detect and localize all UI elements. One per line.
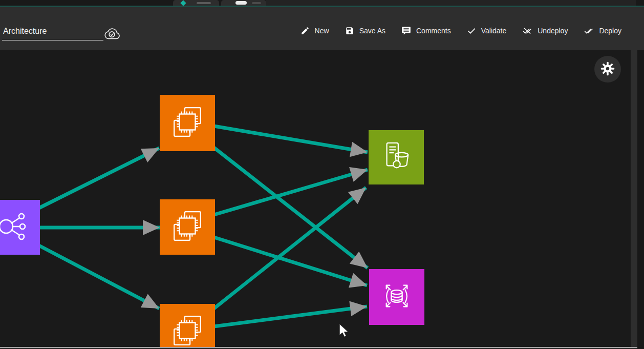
compute-icon bbox=[170, 209, 204, 245]
cloud-done-icon bbox=[103, 27, 121, 41]
save-as-button[interactable]: Save As bbox=[344, 24, 387, 37]
node-compute-3[interactable] bbox=[160, 304, 215, 347]
toolbar-buttons: New Save As Comments Validate bbox=[299, 24, 622, 37]
avatar-icon bbox=[235, 1, 247, 5]
edge-arrowhead bbox=[349, 273, 367, 288]
toolbar: New Save As Comments Validate bbox=[0, 7, 644, 50]
edges-layer bbox=[0, 50, 631, 347]
edge-arrowhead bbox=[349, 301, 367, 316]
deploy-button[interactable]: Deploy bbox=[583, 24, 622, 37]
diagram-canvas[interactable] bbox=[0, 50, 631, 347]
deploy-button-label: Deploy bbox=[599, 27, 621, 35]
menu-dots-icon bbox=[252, 2, 261, 4]
edge-arrowhead bbox=[350, 142, 368, 157]
browser-tab-controls[interactable] bbox=[221, 0, 266, 6]
new-button-label: New bbox=[315, 27, 329, 35]
validate-button-label: Validate bbox=[481, 27, 507, 35]
undeploy-button-label: Undeploy bbox=[538, 27, 568, 35]
right-gutter bbox=[637, 50, 644, 349]
node-compute-1[interactable] bbox=[160, 95, 215, 151]
gear-icon bbox=[600, 61, 615, 78]
tab-strip-right bbox=[266, 0, 636, 6]
tab-title-smudge bbox=[197, 2, 211, 4]
edge-line[interactable] bbox=[39, 148, 159, 208]
edge-line[interactable] bbox=[214, 126, 368, 152]
node-load-balancer[interactable] bbox=[0, 200, 40, 255]
load-balancer-icon bbox=[0, 210, 29, 245]
comments-button[interactable]: Comments bbox=[400, 24, 452, 37]
save-as-button-label: Save As bbox=[359, 27, 385, 35]
compute-icon bbox=[170, 314, 204, 347]
save-icon bbox=[345, 26, 354, 35]
diagram-name-input[interactable] bbox=[2, 27, 103, 40]
tab-strip bbox=[0, 0, 644, 6]
node-database[interactable] bbox=[369, 269, 424, 325]
database-icon bbox=[381, 280, 413, 314]
comments-button-label: Comments bbox=[416, 27, 451, 35]
node-storage[interactable] bbox=[369, 130, 424, 184]
comments-icon bbox=[401, 26, 411, 35]
logo-icon bbox=[180, 0, 186, 6]
edge-arrowhead bbox=[143, 220, 160, 235]
browser-tab-active[interactable] bbox=[173, 0, 219, 6]
validate-button[interactable]: Validate bbox=[466, 24, 508, 37]
edge-line[interactable] bbox=[214, 237, 367, 285]
pencil-icon bbox=[300, 26, 310, 35]
undeploy-button[interactable]: Undeploy bbox=[521, 24, 569, 37]
compute-icon bbox=[170, 105, 204, 141]
edge-line[interactable] bbox=[39, 245, 159, 309]
storage-icon bbox=[380, 140, 412, 174]
double-check-icon bbox=[584, 26, 594, 35]
new-button[interactable]: New bbox=[299, 24, 330, 37]
canvas-settings-button[interactable] bbox=[594, 56, 621, 83]
vertical-scrollbar[interactable] bbox=[631, 50, 637, 349]
app-window: New Save As Comments Validate bbox=[0, 0, 644, 349]
node-compute-2[interactable] bbox=[160, 199, 215, 255]
double-check-slash-icon bbox=[522, 26, 532, 35]
check-icon bbox=[467, 26, 476, 35]
edge-line[interactable] bbox=[214, 306, 367, 326]
